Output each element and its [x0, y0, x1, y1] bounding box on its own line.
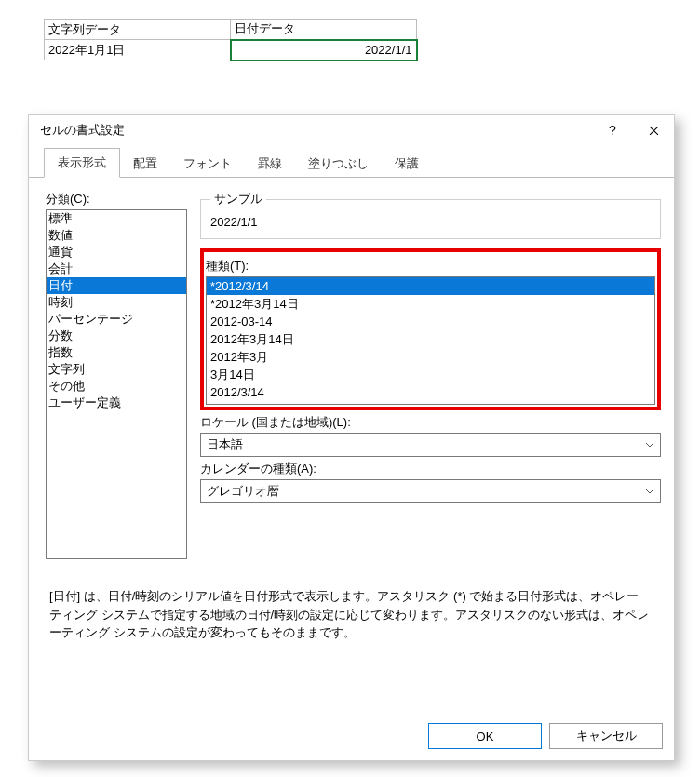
- cell-value-date-selected[interactable]: 2022/1/1: [231, 40, 417, 60]
- spreadsheet-snippet: 文字列データ 日付データ 2022年1月1日 2022/1/1: [44, 19, 418, 61]
- cell-value-text[interactable]: 2022年1月1日: [45, 40, 231, 60]
- cell-header-date[interactable]: 日付データ: [231, 20, 417, 40]
- cell-header-text[interactable]: 文字列データ: [45, 20, 231, 40]
